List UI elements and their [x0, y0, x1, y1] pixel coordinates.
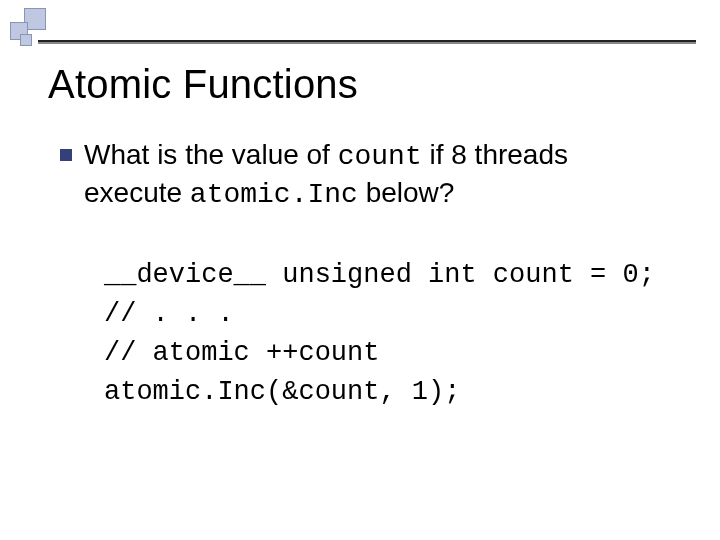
code-line: // . . .: [104, 299, 234, 329]
slide-body: What is the value of count if 8 threads …: [48, 137, 672, 412]
bullet-icon: [60, 149, 72, 161]
inline-code: atomic.Inc: [190, 179, 358, 210]
bullet-item: What is the value of count if 8 threads …: [60, 137, 672, 214]
bullet-text: What is the value of count if 8 threads …: [84, 137, 672, 214]
text-fragment: below?: [358, 177, 455, 208]
code-line: // atomic ++count: [104, 338, 379, 368]
inline-code: count: [338, 141, 422, 172]
slide: Atomic Functions What is the value of co…: [0, 0, 720, 540]
code-block: __device__ unsigned int count = 0; // . …: [104, 256, 672, 413]
slide-title: Atomic Functions: [48, 62, 672, 107]
code-line: __device__ unsigned int count = 0;: [104, 260, 655, 290]
code-line: atomic.Inc(&count, 1);: [104, 377, 460, 407]
text-fragment: What is the value of: [84, 139, 338, 170]
